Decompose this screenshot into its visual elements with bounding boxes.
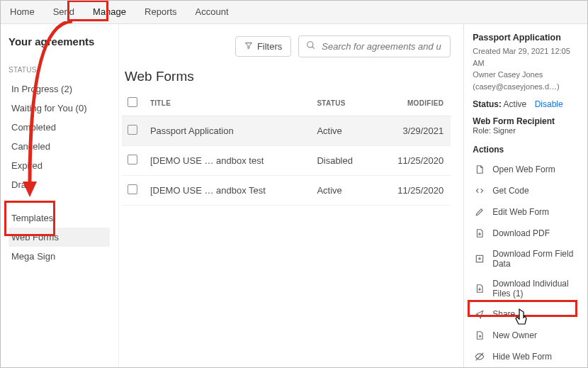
recipient-role: Role: Signer xyxy=(473,126,581,135)
download-files-icon xyxy=(474,283,485,294)
col-title[interactable]: TITLE xyxy=(145,90,312,116)
action-download-individual-files[interactable]: Download Individual Files (1) xyxy=(473,274,581,303)
cell-modified: 11/25/2020 xyxy=(373,176,451,206)
pencil-icon xyxy=(474,206,485,218)
search-icon xyxy=(306,40,316,52)
row-checkbox[interactable] xyxy=(128,155,137,165)
sidebar-item-mega-sign[interactable]: Mega Sign xyxy=(9,247,110,266)
sidebar-item-canceled[interactable]: Canceled xyxy=(9,137,110,156)
filters-button[interactable]: Filters xyxy=(235,36,291,57)
action-label: Download Individual Files (1) xyxy=(492,279,579,299)
sidebar-item-draft[interactable]: Draft xyxy=(9,175,110,194)
action-edit-web-form[interactable]: Edit Web Form xyxy=(473,201,581,223)
action-share[interactable]: Share xyxy=(473,303,581,325)
main-content: Filters Web Forms TITLE STATUS MODIFIED xyxy=(119,24,463,368)
top-nav: Home Send Manage Reports Account xyxy=(0,0,588,24)
status-value: Active xyxy=(504,99,527,109)
filter-icon xyxy=(244,41,253,52)
action-label: Open Web Form xyxy=(492,165,555,174)
sidebar-item-templates[interactable]: Templates xyxy=(9,208,110,228)
svg-line-1 xyxy=(312,47,315,49)
tab-account[interactable]: Account xyxy=(193,2,232,21)
row-checkbox[interactable] xyxy=(128,125,137,135)
details-panel: Passport Application Created Mar 29, 202… xyxy=(463,24,588,368)
disable-link[interactable]: Disable xyxy=(535,99,563,109)
search-input[interactable] xyxy=(320,40,443,52)
detail-owner: Owner Casey Jones (casey@caseyjones.d…) xyxy=(473,69,581,92)
cell-status: Active xyxy=(311,116,373,146)
action-label: Edit Web Form xyxy=(492,207,549,217)
tab-send[interactable]: Send xyxy=(50,2,77,21)
cell-status: Disabled xyxy=(311,146,373,176)
action-label: Download Form Field Data xyxy=(492,249,579,269)
action-label: New Owner xyxy=(492,330,537,340)
action-label: Hide Web Form xyxy=(492,352,552,362)
cell-status: Active xyxy=(311,176,373,206)
tab-manage[interactable]: Manage xyxy=(90,2,129,21)
page-title: Your agreements xyxy=(9,35,110,48)
cell-title: [DEMO USE … andbox test xyxy=(145,146,312,176)
search-box[interactable] xyxy=(298,35,451,57)
sidebar-item-expired[interactable]: Expired xyxy=(9,156,110,175)
filters-label: Filters xyxy=(257,41,282,52)
action-new-owner[interactable]: New Owner xyxy=(473,325,581,346)
sidebar-item-completed[interactable]: Completed xyxy=(9,118,110,137)
table-row[interactable]: Passport Application Active 3/29/2021 xyxy=(122,116,451,146)
svg-point-0 xyxy=(307,42,313,48)
document-icon xyxy=(474,164,485,175)
action-get-code[interactable]: Get Code xyxy=(473,180,581,201)
web-forms-table: TITLE STATUS MODIFIED Passport Applicati… xyxy=(122,90,451,206)
toolbar: Filters xyxy=(235,35,451,57)
hide-icon xyxy=(474,351,485,362)
row-checkbox[interactable] xyxy=(128,184,137,194)
sidebar-item-web-forms[interactable]: Web Forms xyxy=(9,228,110,247)
col-status[interactable]: STATUS xyxy=(311,90,373,116)
detail-created: Created Mar 29, 2021 12:05 AM xyxy=(473,45,581,69)
tab-home[interactable]: Home xyxy=(7,2,38,21)
col-modified[interactable]: MODIFIED xyxy=(373,90,451,116)
new-owner-icon xyxy=(474,330,485,341)
action-label: Share xyxy=(492,309,515,319)
status-section-label: STATUS xyxy=(9,66,110,74)
detail-title: Passport Application xyxy=(473,33,581,43)
sidebar-item-waiting-for-you[interactable]: Waiting for You (0) xyxy=(9,99,110,118)
action-open-web-form[interactable]: Open Web Form xyxy=(473,159,581,180)
download-data-icon xyxy=(474,253,485,264)
share-icon xyxy=(474,308,485,320)
action-hide-web-form[interactable]: Hide Web Form xyxy=(473,346,581,367)
cell-modified: 3/29/2021 xyxy=(373,116,451,146)
action-download-form-field-data[interactable]: Download Form Field Data xyxy=(473,244,581,274)
action-label: Download PDF xyxy=(492,228,550,238)
action-label: Get Code xyxy=(492,186,528,196)
cell-modified: 11/25/2020 xyxy=(373,146,451,176)
actions-heading: Actions xyxy=(473,145,581,155)
code-icon xyxy=(474,185,485,196)
table-row[interactable]: [DEMO USE … andbox Test Active 11/25/202… xyxy=(122,176,451,206)
recipient-heading: Web Form Recipient xyxy=(473,116,581,126)
select-all-checkbox[interactable] xyxy=(128,97,137,107)
tab-reports[interactable]: Reports xyxy=(142,2,180,21)
sidebar: Your agreements STATUS In Progress (2) W… xyxy=(0,24,119,368)
cell-title: [DEMO USE … andbox Test xyxy=(145,176,312,206)
cell-title: Passport Application xyxy=(145,116,312,146)
status-label: Status: xyxy=(473,99,502,109)
action-download-pdf[interactable]: Download PDF xyxy=(473,223,581,244)
sidebar-item-in-progress[interactable]: In Progress (2) xyxy=(9,79,110,99)
download-pdf-icon xyxy=(474,228,485,239)
content-title: Web Forms xyxy=(125,69,451,84)
table-row[interactable]: [DEMO USE … andbox test Disabled 11/25/2… xyxy=(122,146,451,176)
